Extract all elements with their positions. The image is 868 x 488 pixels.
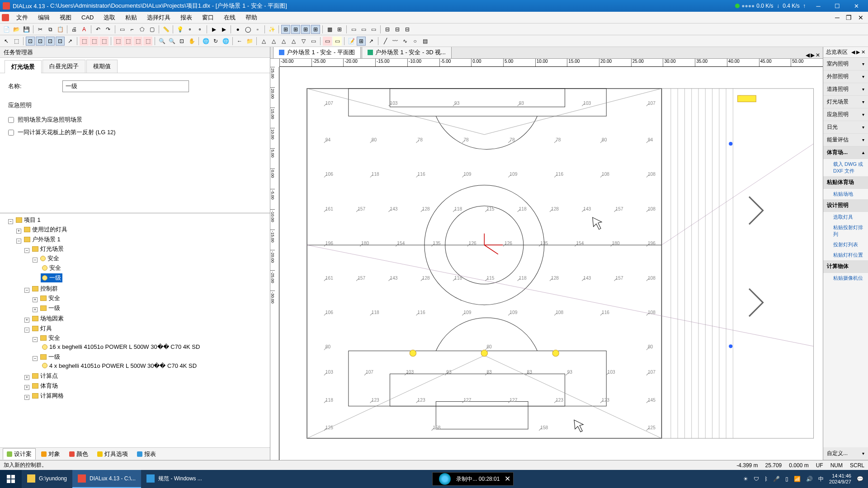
tool-zoom-fit[interactable]: ⊡: [177, 37, 186, 46]
tray-shield-icon[interactable]: 🛡: [754, 476, 759, 482]
tool-sphere[interactable]: ●: [233, 25, 242, 34]
taskbar-explorer[interactable]: G:\yundong: [22, 470, 72, 488]
tool-layer2[interactable]: ▭: [359, 25, 368, 34]
recording-close[interactable]: ✕: [505, 474, 510, 483]
tree-calc-grid[interactable]: 计算网格: [31, 391, 65, 400]
tool-line[interactable]: ╱: [381, 37, 390, 46]
tray-bluetooth-icon[interactable]: ᛒ: [764, 476, 768, 482]
tree-luminaires[interactable]: 灯具: [31, 324, 53, 333]
toggle-icon[interactable]: +: [24, 318, 29, 323]
tool-snap2[interactable]: ⊡: [36, 37, 45, 46]
tool-shape5[interactable]: ▽: [299, 37, 308, 46]
menu-paste[interactable]: 粘贴: [121, 12, 142, 23]
tool-red5[interactable]: ⬚: [123, 37, 132, 46]
tool-table[interactable]: ▦: [325, 25, 334, 34]
tool-globe2[interactable]: 🌐: [221, 37, 230, 46]
cat-road[interactable]: 道路照明▾: [823, 83, 868, 96]
taskbar-dialux[interactable]: DIALux 4.13 - C:\...: [72, 470, 141, 488]
tool-snap3[interactable]: ⊡: [46, 37, 55, 46]
toggle-icon[interactable]: −: [24, 328, 29, 333]
tree-outdoor-scene[interactable]: 户外场景 1: [23, 235, 62, 244]
canvas-area[interactable]: -30.00-25.00-20.00-15.00-10.00-5.000.005…: [270, 59, 823, 460]
tool-pan[interactable]: ✋: [187, 37, 196, 46]
tool-box[interactable]: ▫: [253, 25, 262, 34]
cat-lightscene[interactable]: 灯光场景▾: [823, 96, 868, 108]
tray-mic-icon[interactable]: 🎤: [773, 476, 780, 482]
tree-luminaire-item[interactable]: 4 x beghelli 41051o POWER L 500W 30�� C7…: [41, 362, 198, 370]
tool-folder[interactable]: 📁: [245, 37, 254, 46]
tool-shape2[interactable]: △: [269, 37, 278, 46]
cat-daylight[interactable]: 日光▾: [823, 121, 868, 134]
doctab-plan[interactable]: 户外场景 1 - 安全 - 平面图: [273, 47, 361, 58]
tool-shape3[interactable]: △: [279, 37, 288, 46]
cat-energy[interactable]: 能量评估▾: [823, 134, 868, 146]
cat-outdoor[interactable]: 外部照明▾: [823, 70, 868, 83]
tool-back[interactable]: ←: [235, 37, 244, 46]
tree-lum-safe[interactable]: 安全: [39, 333, 61, 343]
btab-luminaire-opt[interactable]: 灯具选项: [94, 449, 132, 460]
tray-clock[interactable]: 14:41:462024/9/27: [829, 473, 851, 485]
toggle-icon[interactable]: +: [24, 395, 29, 400]
mdi-restore[interactable]: ❐: [843, 13, 854, 22]
tool-room[interactable]: ▭: [118, 25, 127, 34]
btab-design[interactable]: 设计案: [3, 448, 36, 460]
tool-view-front[interactable]: ⊞: [301, 25, 310, 34]
link-projector-list[interactable]: 投射灯列表: [823, 239, 868, 250]
tool-measure[interactable]: 📏: [161, 25, 170, 34]
tool-hatch[interactable]: ▤: [420, 37, 429, 46]
tool-pdf[interactable]: A: [80, 25, 89, 34]
chk-ceiling-reflect[interactable]: [8, 130, 14, 136]
tool-l-room[interactable]: ⌐: [127, 25, 137, 34]
tray-ime-icon[interactable]: 中: [818, 475, 824, 483]
toggle-icon[interactable]: −: [33, 337, 38, 342]
toggle-icon[interactable]: +: [16, 229, 21, 234]
doctab-3d[interactable]: 户外场景 1 - 安全 - 3D 视...: [362, 47, 452, 58]
tool-luminaire-field[interactable]: ⚬: [195, 25, 204, 34]
link-load-dwg[interactable]: 载入 DWG 或 DXF 文件: [823, 159, 868, 176]
mdi-close[interactable]: ✕: [855, 13, 866, 22]
link-paste-camera[interactable]: 粘贴摄像机位: [823, 273, 868, 283]
tool-refresh[interactable]: ↻: [211, 37, 220, 46]
tree-stadium[interactable]: 体育场: [31, 381, 59, 390]
tool-color1[interactable]: ▭: [323, 37, 332, 46]
tray-notifications-icon[interactable]: 💬: [857, 476, 863, 482]
tool-calc[interactable]: ▶: [209, 25, 218, 34]
tree-level1-selected[interactable]: 一级: [41, 273, 62, 282]
close-button[interactable]: ✕: [847, 1, 865, 11]
menu-window[interactable]: 窗口: [198, 12, 218, 23]
tool-zoom-out[interactable]: 🔍: [167, 37, 176, 46]
tree-safe-child[interactable]: 安全: [41, 263, 62, 272]
tool-luminaire-line[interactable]: ⚬: [185, 25, 194, 34]
tree-cg-level1[interactable]: 一级: [39, 304, 61, 313]
toggle-icon[interactable]: −: [33, 258, 38, 263]
project-tree[interactable]: −项目 1 +使用过的灯具 −户外场景 1 −灯光场景 −安全 安全: [0, 213, 270, 447]
tool-calc-all[interactable]: ▶: [219, 25, 228, 34]
btab-object[interactable]: 对象: [38, 449, 64, 460]
tree-site-elements[interactable]: 场地因素: [31, 314, 65, 323]
taskbar-photos[interactable]: 规范 - Windows ...: [141, 470, 208, 488]
tool-circle[interactable]: ○: [410, 37, 420, 46]
menu-edit[interactable]: 编辑: [33, 12, 54, 23]
tool-globe[interactable]: 🌐: [201, 37, 210, 46]
tool-snap5[interactable]: ↗: [66, 37, 75, 46]
tool-redo[interactable]: ↷: [104, 25, 113, 34]
cat-custom[interactable]: 自定义...▾: [823, 447, 868, 460]
toggle-icon[interactable]: +: [24, 385, 29, 390]
cat-indoor[interactable]: 室内照明▾: [823, 58, 868, 70]
menu-cad[interactable]: CAD: [77, 13, 98, 22]
doctab-close[interactable]: ✕: [816, 52, 820, 58]
tool-red7[interactable]: ⬚: [143, 37, 152, 46]
toggle-icon[interactable]: +: [24, 375, 29, 380]
cat-sports[interactable]: 体育场...▴: [823, 146, 868, 159]
doctab-next[interactable]: ▶: [811, 52, 815, 58]
tool-export[interactable]: ↗: [367, 37, 376, 46]
cat-emergency[interactable]: 应急照明▾: [823, 108, 868, 121]
app-menu-icon[interactable]: [2, 14, 9, 21]
tool-save[interactable]: 💾: [22, 25, 31, 34]
doctab-prev[interactable]: ◀: [806, 52, 810, 58]
tool-polyline[interactable]: 〰: [391, 37, 400, 46]
tool-paste[interactable]: 📋: [56, 25, 65, 34]
tool-cut[interactable]: ✂: [36, 25, 45, 34]
tool-zoom-in[interactable]: 🔍: [157, 37, 166, 46]
toggle-icon[interactable]: +: [33, 297, 38, 302]
